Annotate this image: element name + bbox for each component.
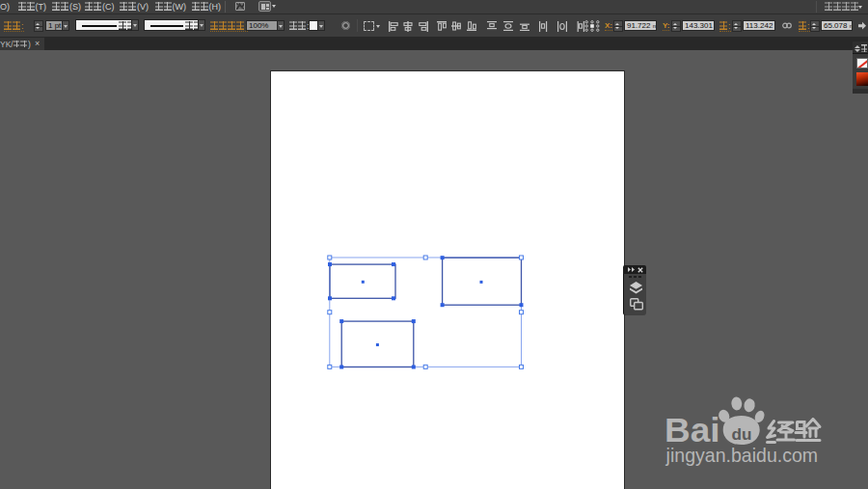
svg-text:jingyan.baidu.com: jingyan.baidu.com [665, 444, 818, 466]
svg-text:du: du [732, 425, 752, 444]
